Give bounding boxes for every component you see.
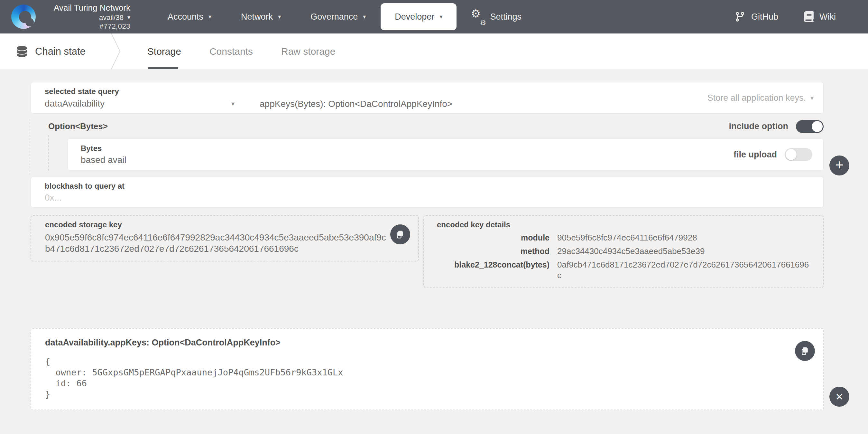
blockhash-label: blockhash to query at [45,181,809,191]
book-icon [804,11,814,22]
toggle-knob [812,121,823,132]
nav-item-network[interactable]: Network ▾ [226,0,296,33]
encoded-row: encoded storage key 0x905e59f6c8fc974ec6… [31,215,824,288]
tab-constants[interactable]: Constants [210,33,253,69]
chevron-down-icon: ▾ [363,13,366,20]
method-dropdown[interactable]: appKeys(Bytes): Option<DaControlAppKeyIn… [260,87,708,109]
top-links: GitHub Wiki [735,11,836,22]
remove-query-button[interactable]: ✕ [829,387,849,407]
include-option-label: include option [729,121,788,132]
file-upload-label: file upload [734,150,777,160]
pallet-dropdown[interactable]: dataAvailability ▾ [45,98,235,109]
detail-row-name: blake2_128concat(bytes) [437,260,550,269]
chevron-down-icon: ▾ [231,100,235,108]
tab-storage[interactable]: Storage [147,33,181,69]
gear-icon: ⚙ ⚙ [471,10,484,23]
page: Avail Turing Network avail/38 ▾ #772,023… [0,0,868,434]
chevron-down-icon: ▾ [278,13,281,20]
option-param-block: Option<Bytes> include option Bytes file … [31,117,824,171]
option-type-label: Option<Bytes> [48,121,108,132]
tab-bar: Chain state Storage Constants Raw storag… [0,33,868,69]
encoded-storage-key-label: encoded storage key [45,220,399,229]
wiki-link[interactable]: Wiki [804,11,836,22]
result-json: { owner: 5GGxpsGM5pERGAPqPxaaunejJoP4qGm… [45,356,784,400]
detail-row-name: method [437,247,550,256]
block-number: #772,023 [43,22,130,31]
nav-item-accounts[interactable]: Accounts ▾ [153,0,226,33]
plus-icon: + [835,158,843,172]
method-signature: appKeys(Bytes): Option<DaControlAppKeyIn… [260,99,452,109]
nav-item-governance[interactable]: Governance ▾ [296,0,381,33]
encoded-key-details-label: encoded key details [437,220,810,229]
detail-row-value: 29ac34430c4934c5e3aaeed5abe53e39 [557,246,810,257]
file-upload-toggle[interactable] [785,148,812,161]
top-header: Avail Turing Network avail/38 ▾ #772,023… [0,0,868,33]
bytes-input[interactable] [81,155,370,165]
copy-result-button[interactable] [795,341,815,361]
bytes-param-card: Bytes file upload [68,139,824,171]
include-option-toggle[interactable] [796,120,824,133]
indent-guide [30,119,30,175]
breadcrumb: Chain state [17,33,86,69]
blockhash-input[interactable] [45,193,334,203]
chain-selector[interactable]: avail/38 ▾ [43,13,130,22]
blockhash-card: blockhash to query at [31,177,824,208]
detail-row-value: 905e59f6c8fc974ec64116e6f6479928 [557,232,810,243]
encoded-key-details-box: encoded key details module 905e59f6c8fc9… [423,215,824,288]
encoded-storage-key-value: 0x905e59f6c8fc974ec64116e6f647992829ac34… [45,232,388,254]
add-query-button[interactable]: + [829,155,849,175]
tab-raw-storage[interactable]: Raw storage [281,33,335,69]
network-name: Avail Turing Network [43,3,130,13]
result-title: dataAvailability.appKeys: Option<DaContr… [45,338,784,348]
query-result-card: dataAvailability.appKeys: Option<DaContr… [31,328,824,410]
detail-row-name: module [437,233,550,242]
brand-text: Avail Turing Network avail/38 ▾ #772,023 [43,3,130,31]
method-description[interactable]: Store all application keys. ▾ [708,93,814,103]
git-branch-icon [735,11,745,22]
main-content: selected state query dataAvailability ▾ … [0,69,868,410]
encoded-storage-key-box: encoded storage key 0x905e59f6c8fc974ec6… [31,215,419,261]
pallet-name: dataAvailability [45,98,104,109]
breadcrumb-separator [110,33,121,69]
copy-icon [395,230,405,239]
chevron-down-icon: ▾ [209,13,211,20]
toggle-knob [786,149,797,160]
chevron-down-icon: ▾ [810,94,814,102]
tabs: Storage Constants Raw storage [147,33,336,69]
page-title: Chain state [35,46,86,57]
query-card: selected state query dataAvailability ▾ … [31,82,824,114]
database-icon [17,46,27,57]
nav-item-developer[interactable]: Developer ▾ [381,3,457,30]
query-section-label: selected state query [45,87,235,96]
copy-key-button[interactable] [390,224,410,244]
main-nav: Accounts ▾ Network ▾ Governance ▾ Develo… [153,0,536,33]
detail-row-value: 0af9cb471c6d8171c23672ed7027e7d72c626173… [557,260,810,281]
brand[interactable]: Avail Turing Network avail/38 ▾ #772,023 [11,3,130,31]
avail-logo-icon [11,4,36,29]
chevron-down-icon: ▾ [439,13,442,20]
nav-item-settings[interactable]: ⚙ ⚙ Settings [457,0,536,33]
chain-label: avail/38 [99,13,124,22]
copy-icon [800,346,810,356]
close-icon: ✕ [835,391,843,402]
github-link[interactable]: GitHub [735,11,778,22]
bytes-label: Bytes [81,144,370,153]
indent-guide [48,135,49,171]
chevron-down-icon: ▾ [127,14,130,21]
